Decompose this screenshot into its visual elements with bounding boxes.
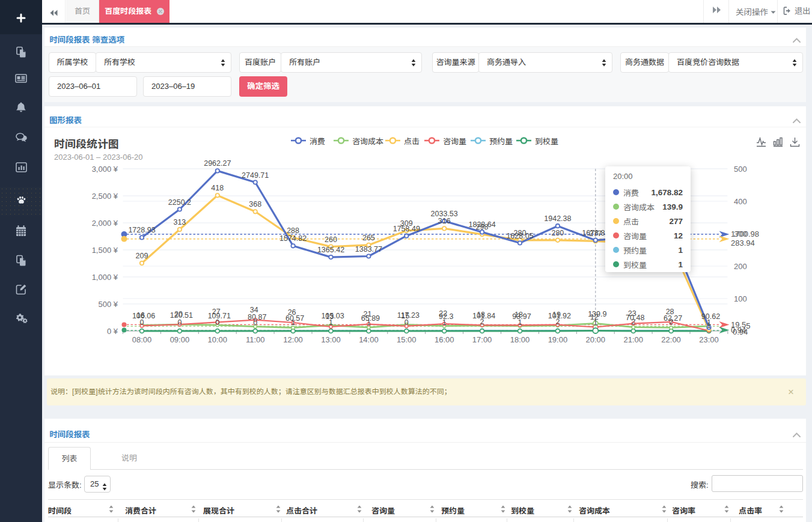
svg-text:2,000 ¥: 2,000 ¥ <box>92 219 118 228</box>
svg-text:16:00: 16:00 <box>435 335 454 344</box>
svg-text:2: 2 <box>669 318 673 326</box>
svg-text:0: 0 <box>140 318 144 327</box>
svg-text:18:00: 18:00 <box>510 335 530 344</box>
svg-text:1728.93: 1728.93 <box>128 226 155 234</box>
svg-text:17:00: 17:00 <box>472 335 492 344</box>
svg-text:500 ¥: 500 ¥ <box>98 300 118 309</box>
svg-text:11:00: 11:00 <box>246 335 265 344</box>
svg-text:0: 0 <box>253 318 257 327</box>
svg-text:400: 400 <box>734 197 747 206</box>
svg-text:13:00: 13:00 <box>321 335 341 344</box>
svg-text:1942.38: 1942.38 <box>544 214 571 223</box>
svg-text:368: 368 <box>249 200 261 208</box>
svg-text:316: 316 <box>438 217 451 225</box>
svg-text:2962.27: 2962.27 <box>204 159 231 168</box>
svg-text:313: 313 <box>173 218 186 226</box>
svg-text:0: 0 <box>177 318 182 327</box>
svg-text:10:00: 10:00 <box>208 335 228 344</box>
svg-text:100: 100 <box>734 294 747 303</box>
svg-text:14:00: 14:00 <box>359 335 379 344</box>
svg-text:1: 1 <box>291 318 295 327</box>
svg-text:1: 1 <box>329 318 333 327</box>
svg-text:1: 1 <box>367 318 371 327</box>
svg-text:15:00: 15:00 <box>397 335 417 344</box>
svg-text:0: 0 <box>404 318 409 327</box>
svg-text:09:00: 09:00 <box>170 335 190 344</box>
svg-text:1383.77: 1383.77 <box>355 245 382 253</box>
svg-text:2: 2 <box>631 318 635 326</box>
svg-text:0.94: 0.94 <box>733 327 748 336</box>
svg-text:1: 1 <box>593 318 597 327</box>
svg-text:12:00: 12:00 <box>283 335 303 344</box>
svg-text:1: 1 <box>518 318 522 327</box>
svg-text:1,000 ¥: 1,000 ¥ <box>92 273 118 282</box>
svg-text:0: 0 <box>215 318 219 327</box>
svg-text:139.9: 139.9 <box>588 310 606 318</box>
svg-text:265: 265 <box>362 234 375 242</box>
svg-text:277: 277 <box>589 229 602 238</box>
svg-text:280: 280 <box>551 229 564 237</box>
svg-text:23:00: 23:00 <box>699 335 719 344</box>
svg-text:1700.98: 1700.98 <box>731 229 759 238</box>
svg-text:3,000 ¥: 3,000 ¥ <box>92 165 118 174</box>
svg-text:1: 1 <box>707 321 711 330</box>
svg-text:2: 2 <box>480 318 484 326</box>
svg-text:0 ¥: 0 ¥ <box>107 327 118 336</box>
svg-text:283.94: 283.94 <box>731 238 755 247</box>
svg-text:1365.42: 1365.42 <box>317 246 344 254</box>
svg-text:21:00: 21:00 <box>623 335 643 344</box>
svg-text:298: 298 <box>476 223 489 231</box>
svg-text:209: 209 <box>136 252 148 260</box>
svg-text:1: 1 <box>442 318 447 327</box>
svg-text:200: 200 <box>734 262 747 271</box>
svg-text:2250.2: 2250.2 <box>168 198 191 207</box>
svg-text:500: 500 <box>734 165 747 174</box>
svg-text:2749.71: 2749.71 <box>242 171 269 180</box>
svg-text:22:00: 22:00 <box>661 335 681 344</box>
svg-text:309: 309 <box>400 219 413 228</box>
svg-text:2,500 ¥: 2,500 ¥ <box>92 192 118 201</box>
svg-text:418: 418 <box>211 184 224 192</box>
svg-text:280: 280 <box>514 229 527 237</box>
svg-text:288: 288 <box>287 226 299 235</box>
svg-text:1,500 ¥: 1,500 ¥ <box>92 246 118 255</box>
svg-text:260: 260 <box>325 235 337 244</box>
svg-text:08:00: 08:00 <box>132 335 152 344</box>
svg-text:2: 2 <box>555 318 560 326</box>
svg-text:1574.82: 1574.82 <box>279 234 307 243</box>
svg-text:19:00: 19:00 <box>548 335 568 344</box>
svg-text:20:00: 20:00 <box>586 335 606 344</box>
